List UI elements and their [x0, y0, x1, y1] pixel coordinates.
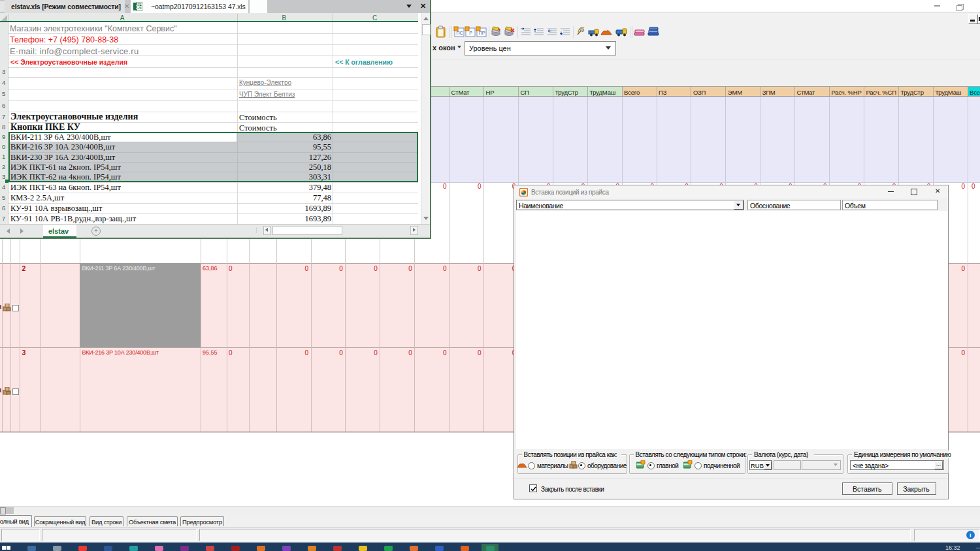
svg-text:ПС: ПС [456, 31, 463, 35]
svg-text:X: X [136, 4, 140, 10]
svg-text:Р: Р [469, 31, 472, 35]
svg-text:ПР: ПР [479, 31, 485, 35]
